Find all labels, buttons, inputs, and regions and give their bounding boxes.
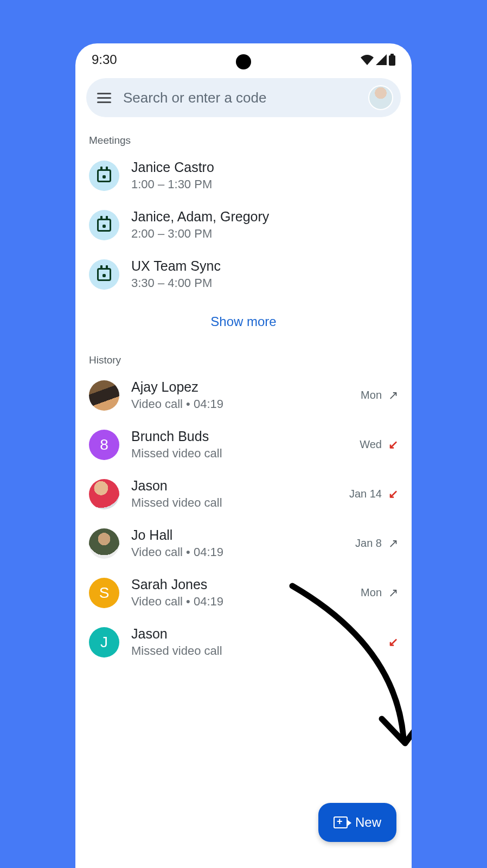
history-meta: Mon ↗ xyxy=(361,388,398,403)
fab-label: New xyxy=(355,815,381,830)
history-item[interactable]: S Sarah Jones Video call • 04:19 Mon ↗ xyxy=(75,568,412,617)
history-body: Jason Missed video call xyxy=(131,626,370,658)
meeting-body: Janice, Adam, Gregory 2:00 – 3:00 PM xyxy=(131,209,398,241)
history-item[interactable]: 8 Brunch Buds Missed video call Wed ↙ xyxy=(75,420,412,469)
camera-cutout xyxy=(236,54,251,69)
history-date: Jan 14 xyxy=(349,488,382,500)
outgoing-call-icon: ↗ xyxy=(388,388,398,403)
history-body: Jo Hall Video call • 04:19 xyxy=(131,527,343,559)
history-meta: Wed ↙ xyxy=(360,438,398,452)
calendar-icon xyxy=(89,161,119,191)
history-list: Ajay Lopez Video call • 04:19 Mon ↗ 8 Br… xyxy=(75,371,412,667)
meeting-body: UX Team Sync 3:30 – 4:00 PM xyxy=(131,258,398,290)
history-meta: Jan 14 ↙ xyxy=(349,487,398,501)
profile-avatar[interactable] xyxy=(368,85,393,110)
history-item[interactable]: J Jason Missed video call ↙ xyxy=(75,617,412,667)
history-date: Mon xyxy=(361,389,382,401)
history-body: Sarah Jones Video call • 04:19 xyxy=(131,577,349,609)
history-name: Jason xyxy=(131,478,337,494)
calendar-icon xyxy=(89,259,119,290)
history-item[interactable]: Ajay Lopez Video call • 04:19 Mon ↗ xyxy=(75,371,412,420)
meeting-title: UX Team Sync xyxy=(131,258,398,274)
meeting-time: 1:00 – 1:30 PM xyxy=(131,177,398,192)
avatar-letter: J xyxy=(89,627,119,658)
history-detail: Video call • 04:19 xyxy=(131,545,343,559)
history-name: Jason xyxy=(131,626,370,642)
history-body: Jason Missed video call xyxy=(131,478,337,510)
clock: 9:30 xyxy=(92,52,117,67)
missed-call-icon: ↙ xyxy=(388,487,398,501)
search-bar[interactable]: Search or enter a code xyxy=(86,78,401,117)
meeting-item[interactable]: UX Team Sync 3:30 – 4:00 PM xyxy=(75,250,412,299)
avatar-photo xyxy=(89,479,119,509)
history-meta: ↙ xyxy=(382,635,398,649)
meetings-list: Janice Castro 1:00 – 1:30 PM Janice, Ada… xyxy=(75,151,412,299)
new-meeting-fab[interactable]: New xyxy=(318,803,396,842)
history-detail: Missed video call xyxy=(131,496,337,510)
meetings-header: Meetings xyxy=(75,123,412,151)
meeting-title: Janice Castro xyxy=(131,159,398,175)
history-detail: Video call • 04:19 xyxy=(131,397,349,411)
meeting-title: Janice, Adam, Gregory xyxy=(131,209,398,225)
meeting-item[interactable]: Janice Castro 1:00 – 1:30 PM xyxy=(75,151,412,200)
history-detail: Missed video call xyxy=(131,644,370,658)
history-meta: Jan 8 ↗ xyxy=(355,537,398,551)
avatar-photo xyxy=(89,528,119,559)
meeting-time: 2:00 – 3:00 PM xyxy=(131,227,398,241)
status-icons xyxy=(361,54,395,66)
missed-call-icon: ↙ xyxy=(388,635,398,649)
phone-frame: 9:30 Search or enter a code Meetings Jan… xyxy=(75,43,412,868)
meeting-time: 3:30 – 4:00 PM xyxy=(131,276,398,290)
history-detail: Video call • 04:19 xyxy=(131,595,349,609)
menu-icon[interactable] xyxy=(97,93,111,103)
search-placeholder: Search or enter a code xyxy=(123,90,356,106)
history-item[interactable]: Jo Hall Video call • 04:19 Jan 8 ↗ xyxy=(75,519,412,568)
history-date: Mon xyxy=(361,586,382,599)
history-name: Ajay Lopez xyxy=(131,379,349,395)
svg-rect-1 xyxy=(390,54,394,56)
meeting-item[interactable]: Janice, Adam, Gregory 2:00 – 3:00 PM xyxy=(75,200,412,250)
history-meta: Mon ↗ xyxy=(361,586,398,600)
show-more-button[interactable]: Show more xyxy=(75,299,412,342)
history-name: Jo Hall xyxy=(131,527,343,543)
svg-rect-0 xyxy=(389,55,395,66)
avatar-letter: 8 xyxy=(89,430,119,460)
history-date: Jan 8 xyxy=(355,537,382,550)
history-name: Brunch Buds xyxy=(131,429,348,444)
wifi-icon xyxy=(361,54,374,65)
outgoing-call-icon: ↗ xyxy=(388,537,398,551)
missed-call-icon: ↙ xyxy=(388,438,398,452)
history-name: Sarah Jones xyxy=(131,577,349,592)
signal-icon xyxy=(376,54,387,65)
video-plus-icon xyxy=(334,816,348,828)
meeting-body: Janice Castro 1:00 – 1:30 PM xyxy=(131,159,398,192)
avatar-photo xyxy=(89,380,119,411)
history-detail: Missed video call xyxy=(131,446,348,461)
history-body: Brunch Buds Missed video call xyxy=(131,429,348,461)
history-date: Wed xyxy=(360,438,382,451)
history-item[interactable]: Jason Missed video call Jan 14 ↙ xyxy=(75,469,412,519)
history-header: History xyxy=(75,342,412,371)
history-body: Ajay Lopez Video call • 04:19 xyxy=(131,379,349,411)
battery-icon xyxy=(389,54,395,66)
avatar-letter: S xyxy=(89,578,119,608)
calendar-icon xyxy=(89,210,119,240)
outgoing-call-icon: ↗ xyxy=(388,586,398,600)
